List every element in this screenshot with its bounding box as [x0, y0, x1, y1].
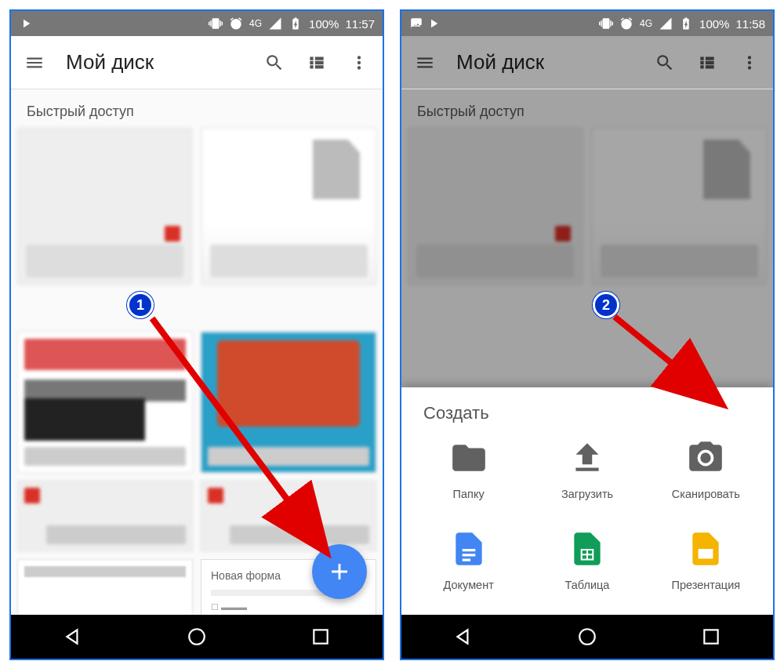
- svg-line-4: [615, 317, 699, 386]
- create-bottom-sheet: Создать Папку Загрузить Сканировать Доку…: [401, 387, 773, 615]
- annotation-arrow-1: [136, 309, 340, 560]
- vibrate-icon: [209, 16, 223, 31]
- svg-rect-2: [314, 630, 327, 643]
- battery-charging-icon: [679, 16, 693, 31]
- nav-back-button[interactable]: [452, 626, 474, 648]
- plus-icon: [326, 558, 353, 585]
- create-slides-label: Презентация: [672, 579, 741, 591]
- circle-home-icon: [577, 627, 597, 647]
- file-card[interactable]: [17, 559, 193, 615]
- create-scan-option[interactable]: Сканировать: [647, 438, 765, 500]
- create-scan-label: Сканировать: [672, 488, 740, 500]
- hamburger-icon: [24, 53, 45, 73]
- svg-rect-3: [699, 549, 713, 559]
- signal-icon: [659, 16, 673, 31]
- clock-text: 11:58: [735, 17, 765, 31]
- nav-home-button[interactable]: [576, 626, 598, 648]
- create-folder-option[interactable]: Папку: [409, 438, 528, 500]
- sheets-icon: [568, 529, 607, 568]
- camera-icon: [686, 438, 725, 478]
- triangle-back-icon: [63, 627, 83, 647]
- folder-icon: [449, 438, 488, 478]
- quick-card[interactable]: [17, 128, 192, 285]
- svg-rect-6: [704, 630, 717, 643]
- create-upload-option[interactable]: Загрузить: [528, 438, 646, 500]
- alarm-icon: [229, 16, 243, 31]
- vibrate-icon: [599, 16, 613, 31]
- create-sheet-label: Таблица: [565, 579, 610, 591]
- search-button[interactable]: [263, 52, 285, 74]
- nav-recent-button[interactable]: [700, 626, 722, 648]
- create-slides-option[interactable]: Презентация: [647, 529, 765, 591]
- svg-line-0: [152, 318, 309, 529]
- nav-home-button[interactable]: [186, 626, 208, 648]
- create-doc-label: Документ: [444, 579, 494, 591]
- create-upload-label: Загрузить: [561, 488, 613, 500]
- search-icon: [264, 53, 285, 73]
- create-sheet-option[interactable]: Таблица: [528, 529, 646, 591]
- more-vert-icon: [349, 53, 369, 73]
- overflow-button[interactable]: [348, 52, 370, 74]
- app-bar: Мой диск: [401, 36, 773, 89]
- app-bar: Мой диск: [11, 36, 383, 89]
- network-type: 4G: [249, 18, 262, 29]
- nav-recent-button[interactable]: [310, 626, 332, 648]
- phone-screen-1: 4G 100% 11:57 Мой диск Быстрый доступ: [9, 9, 384, 660]
- circle-home-icon: [187, 627, 207, 647]
- nav-back-button[interactable]: [62, 626, 84, 648]
- menu-button[interactable]: [24, 52, 45, 74]
- quick-access-label: Быстрый доступ: [11, 89, 383, 128]
- create-doc-option[interactable]: Документ: [409, 529, 528, 591]
- docs-icon: [449, 529, 488, 568]
- svg-point-5: [579, 629, 595, 645]
- alarm-icon: [619, 16, 633, 31]
- network-type: 4G: [640, 18, 652, 29]
- status-bar: 4G 100% 11:57: [11, 11, 383, 36]
- system-nav-bar: [401, 615, 773, 659]
- battery-text: 100%: [309, 17, 339, 31]
- content-area: Быстрый доступ: [11, 89, 383, 615]
- list-view-icon: [307, 53, 327, 73]
- create-folder-label: Папку: [453, 488, 485, 500]
- view-toggle-button[interactable]: [306, 52, 328, 74]
- image-notification-icon: [409, 16, 423, 31]
- app-notification-icon: [426, 16, 441, 31]
- annotation-badge-2: 2: [593, 292, 619, 318]
- status-bar: 4G 100% 11:58: [401, 11, 773, 36]
- square-recent-icon: [310, 627, 331, 647]
- content-area: Быстрый доступ Создать Папку: [401, 89, 773, 615]
- annotation-arrow-2: [605, 307, 739, 409]
- app-notification-icon: [19, 16, 33, 31]
- svg-point-1: [189, 629, 205, 645]
- clock-text: 11:57: [345, 17, 375, 31]
- system-nav-bar: [11, 615, 383, 659]
- page-title: Мой диск: [66, 50, 243, 74]
- triangle-back-icon: [453, 627, 474, 647]
- slides-icon: [686, 529, 725, 568]
- quick-card[interactable]: [201, 128, 376, 285]
- phone-screen-2: 4G 100% 11:58 Мой диск Быстрый доступ: [400, 9, 775, 660]
- battery-charging-icon: [289, 16, 303, 31]
- signal-icon: [268, 16, 282, 31]
- square-recent-icon: [701, 627, 721, 647]
- annotation-badge-1: 1: [127, 292, 154, 318]
- upload-icon: [568, 438, 607, 478]
- battery-text: 100%: [699, 17, 729, 31]
